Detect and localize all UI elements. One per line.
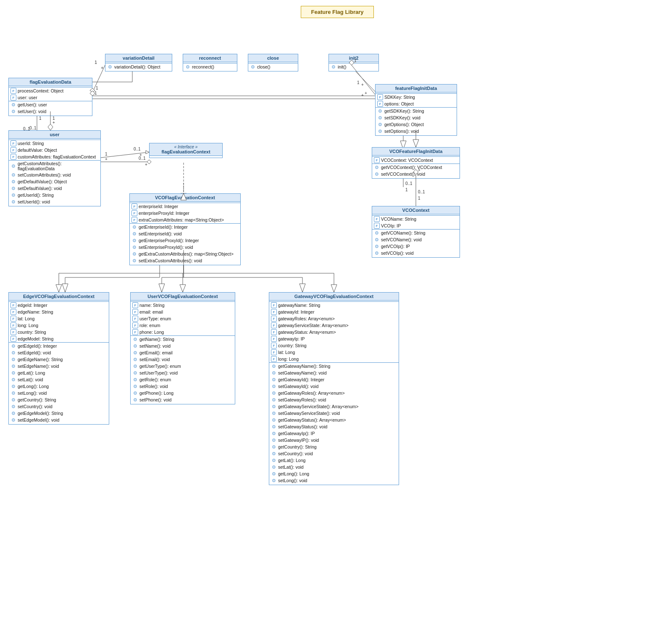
field-row: F name: String xyxy=(131,302,235,309)
field-text: gatewayId: Integer xyxy=(278,309,314,314)
method-text: reconnect() xyxy=(192,64,214,69)
field-icon: F xyxy=(132,316,138,322)
method-text: setGatewayName(): void xyxy=(278,370,327,375)
method-text: setVCOIp(): void xyxy=(381,251,414,256)
method-text: init() xyxy=(338,64,346,69)
class-name-close: close xyxy=(267,55,279,61)
field-text: edgeModel: String xyxy=(18,336,53,341)
method-text: setLat(): void xyxy=(278,465,304,470)
method-row: ⚙ getGatewayRoles(): Array<enum> xyxy=(269,390,399,396)
method-icon: ⚙ xyxy=(271,457,277,463)
method-text: getLong(): Long xyxy=(18,384,49,389)
method-icon: ⚙ xyxy=(107,64,113,70)
field-icon: F xyxy=(11,95,16,100)
class-VCOContext: VCOContext F VCOName: String F VCOIp: IP… xyxy=(372,206,460,258)
method-row: ⚙ setEdgeId(): void xyxy=(9,349,109,356)
class-header-UserVCOFlagEvaluationContext: UserVCOFlagEvaluationContext xyxy=(131,293,235,301)
field-row: F role: enum xyxy=(131,322,235,329)
field-row: F gatewayIp: IP xyxy=(269,335,399,342)
svg-line-44 xyxy=(92,65,105,92)
field-text: VCOContext: VCOContext xyxy=(381,158,433,163)
field-icon: F xyxy=(271,343,277,348)
method-row: ⚙ setVCOName(): void xyxy=(372,236,460,243)
svg-text:1: 1 xyxy=(53,116,55,121)
svg-marker-23 xyxy=(300,284,305,292)
field-text: long: Long xyxy=(18,323,38,328)
svg-text:+: + xyxy=(105,157,108,161)
field-icon: F xyxy=(11,154,16,160)
method-text: close() xyxy=(257,64,271,69)
field-text: options: Object xyxy=(384,101,414,106)
field-icon: F xyxy=(132,329,138,335)
field-text: name: String xyxy=(139,303,165,308)
method-text: setName(): void xyxy=(139,343,171,348)
field-row: F enterpriseProxyId: Integer xyxy=(130,210,240,216)
svg-text:1: 1 xyxy=(95,91,97,95)
method-icon: ⚙ xyxy=(377,108,383,114)
method-row: ⚙ setLat(): void xyxy=(269,464,399,470)
field-row: F edgeName: String xyxy=(9,309,109,315)
field-text: email: email xyxy=(139,309,163,314)
method-text: setCountry(): void xyxy=(18,404,53,409)
method-row: ⚙ getSDKKey(): String xyxy=(376,108,457,114)
svg-text:+: + xyxy=(53,120,55,125)
method-icon: ⚙ xyxy=(11,108,16,114)
field-row: F gatewayRoles: Array<enum> xyxy=(269,315,399,322)
svg-marker-31 xyxy=(62,284,68,292)
method-text: setLat(): void xyxy=(18,377,43,382)
diagram-container: 1 + 1 0..1 1 + 1 0..1 + + xyxy=(0,0,649,644)
method-text: getEnterpriseId(): Integer xyxy=(139,224,188,230)
class-user: user F userId: String F defaultValue: Ob… xyxy=(8,130,101,206)
method-icon: ⚙ xyxy=(377,128,383,134)
class-name-VCOFlagEvaluationContext: VCOFlagEvaluationContext xyxy=(155,195,215,200)
method-text: getGatewayIp(): IP xyxy=(278,431,315,436)
method-icon: ⚙ xyxy=(271,404,277,409)
svg-text:+: + xyxy=(365,91,367,95)
svg-marker-68 xyxy=(331,285,337,292)
method-icon: ⚙ xyxy=(11,397,16,403)
svg-text:+: + xyxy=(361,93,364,98)
field-icon: F xyxy=(11,147,16,153)
method-row: ⚙ setLat(): void xyxy=(9,376,109,383)
field-row: F country: String xyxy=(269,342,399,349)
method-text: getEdgeId(): Integer xyxy=(18,343,57,348)
method-icon: ⚙ xyxy=(11,179,16,185)
method-icon: ⚙ xyxy=(11,417,16,423)
method-icon: ⚙ xyxy=(271,430,277,436)
field-text: gatewayStatus: Array<enum> xyxy=(278,330,336,335)
field-row: F gatewayServiceState: Array<enum> xyxy=(269,322,399,329)
class-header-GatewayVCOFlagEvaluationContext: GatewayVCOFlagEvaluationContext xyxy=(269,293,399,301)
method-text: getEdgeName(): String xyxy=(18,357,63,362)
method-text: getLong(): Long xyxy=(278,471,309,476)
class-flagEvaluationContext: « Interface » flagEvaluationContext xyxy=(149,143,223,158)
svg-text:0..1: 0..1 xyxy=(405,181,413,186)
method-row: ⚙ setUserType(): void xyxy=(131,370,235,376)
field-icon: F xyxy=(11,88,16,94)
field-row: F options: Object xyxy=(376,100,457,107)
method-icon: ⚙ xyxy=(271,451,277,457)
method-row: ⚙ getLong(): Long xyxy=(269,470,399,477)
method-text: getUserType(): enum xyxy=(139,364,181,369)
method-icon: ⚙ xyxy=(11,383,16,389)
field-text: SDKKey: String xyxy=(384,95,415,100)
field-text: VCOIp: IP xyxy=(381,223,401,228)
field-row: F user: user xyxy=(9,94,92,101)
field-icon: F xyxy=(271,336,277,342)
field-text: userId: String xyxy=(18,141,44,146)
field-row: F userId: String xyxy=(9,140,100,147)
class-name-reconnect: reconnect xyxy=(199,55,221,61)
method-text: getVCOName(): String xyxy=(381,230,426,235)
field-row: F email: email xyxy=(131,309,235,315)
svg-text:+: + xyxy=(139,153,142,157)
field-row: F country: String xyxy=(9,329,109,335)
method-row: ⚙ setUser(): void xyxy=(9,108,92,115)
class-header-close: close xyxy=(248,54,298,62)
class-name-variationDetail: variationDetail xyxy=(123,55,155,61)
method-row: ⚙ setPhone(): void xyxy=(131,396,235,403)
method-row: ⚙ variationDetail(): Object xyxy=(105,63,172,70)
field-icon: F xyxy=(131,217,137,223)
method-icon: ⚙ xyxy=(132,390,138,396)
method-row: ⚙ setDefaultValue(): void xyxy=(9,185,100,192)
title-text: Feature Flag Library xyxy=(311,9,364,15)
class-header-VCOFlagEvaluationContext: VCOFlagEvaluationContext xyxy=(130,194,240,202)
